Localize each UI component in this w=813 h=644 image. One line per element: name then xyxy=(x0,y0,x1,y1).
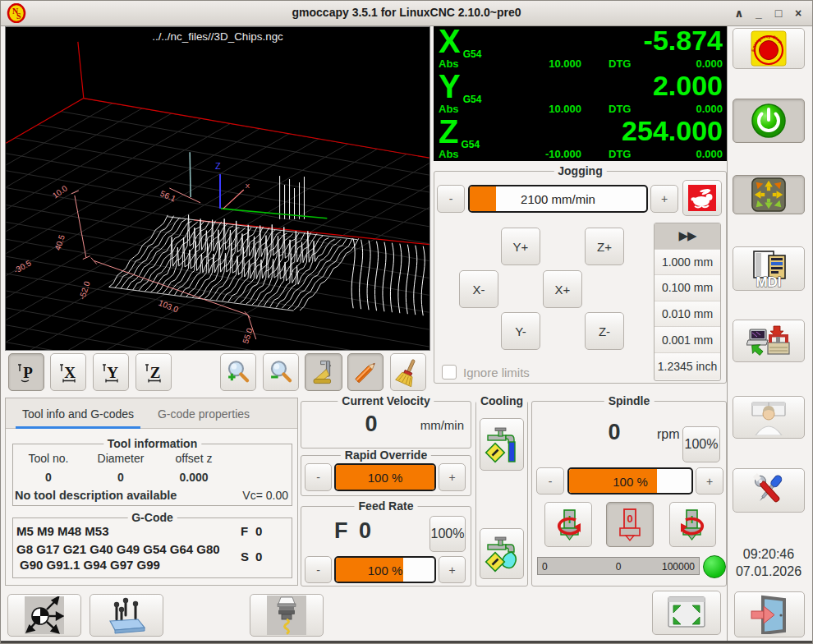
close-button[interactable]: × xyxy=(789,5,807,21)
clock-date: 07.01.2026 xyxy=(729,564,808,579)
tool-dimensions-button[interactable] xyxy=(305,353,342,391)
dro-panel[interactable]: XG54 -5.874 Abs10.000 DTG0.000 YG54 2.00… xyxy=(434,26,727,161)
jog-y-minus-button[interactable]: Y- xyxy=(501,312,540,350)
gremlin-preview[interactable]: 10.0 40.5 -30.5 -52.0 103.0 55.0 56.1 Z … xyxy=(5,26,430,351)
cooling-title: Cooling xyxy=(476,394,527,407)
increment-item[interactable]: 1.2345 inch xyxy=(655,353,720,380)
y-view-icon: Y xyxy=(100,361,122,383)
shade-button[interactable]: ∧ xyxy=(730,5,748,21)
jog-x-minus-button[interactable]: X- xyxy=(459,270,498,308)
dtg-label: DTG xyxy=(609,58,631,70)
spindle-reset-button[interactable]: 100% xyxy=(682,426,720,462)
diameter-header: Diameter xyxy=(89,452,153,465)
bar-max-label: 100000 xyxy=(662,561,695,573)
tab-gcode-properties[interactable]: G-code properties xyxy=(147,402,260,426)
svg-text:X: X xyxy=(64,364,76,381)
dtg-value: 0.000 xyxy=(696,103,723,115)
mode-manual-button[interactable] xyxy=(733,175,805,214)
spindle-left-button[interactable]: I xyxy=(544,502,592,547)
settings-button[interactable] xyxy=(733,468,805,513)
abs-value: 10.000 xyxy=(512,58,581,70)
spindle-override-value: 100 % xyxy=(569,474,691,488)
window-bottom-edge xyxy=(1,641,812,643)
jogging-frame-title: Jogging xyxy=(553,164,606,177)
jog-speed-minus-button[interactable]: - xyxy=(437,185,465,213)
turtle-rabbit-toggle-button[interactable] xyxy=(682,180,722,216)
increment-item[interactable]: 0.001 mm xyxy=(655,327,720,353)
jog-x-plus-button[interactable]: X+ xyxy=(543,270,582,308)
feed-override-slider[interactable]: 100 % xyxy=(334,556,436,583)
ignore-limits-checkbox[interactable] xyxy=(442,365,457,380)
mode-mdi-button[interactable]: MDI xyxy=(733,246,805,291)
spindle-stop-button[interactable]: 0 xyxy=(606,502,654,547)
rapid-plus-button[interactable]: + xyxy=(439,463,466,491)
jog-speed-slider[interactable]: 2100 mm/min xyxy=(468,185,648,213)
touch-off-button[interactable] xyxy=(7,594,81,637)
auto-run-icon xyxy=(746,323,791,359)
zoom-out-icon xyxy=(267,358,295,386)
increment-continuous[interactable]: ▶▶ xyxy=(655,223,720,250)
fullscreen-icon xyxy=(666,596,707,630)
abs-value: -10.000 xyxy=(512,148,581,160)
svg-text:Z: Z xyxy=(150,364,161,381)
increment-item[interactable]: 0.100 mm xyxy=(655,275,720,301)
view-y-button[interactable]: Y xyxy=(93,353,129,391)
machine-on-button[interactable] xyxy=(733,99,805,143)
dtg-value: 0.000 xyxy=(696,148,723,160)
flood-coolant-button[interactable] xyxy=(480,418,524,471)
rapid-minus-button[interactable]: - xyxy=(305,463,332,491)
flood-coolant-icon xyxy=(485,426,519,463)
svg-text:10.0: 10.0 xyxy=(51,183,70,200)
jog-speed-plus-button[interactable]: + xyxy=(650,185,678,213)
current-velocity-title: Current Velocity xyxy=(338,394,434,407)
gcode-frame-title: G-Code xyxy=(127,511,177,524)
maximize-button[interactable]: □ xyxy=(769,5,788,21)
spindle-right-button[interactable]: I xyxy=(669,502,716,547)
feed-override-value: 100 % xyxy=(336,563,434,577)
touch-plate-icon xyxy=(105,596,148,634)
tool-holder-icon xyxy=(267,596,306,635)
tab-tool-info[interactable]: Tool info and G-codes xyxy=(12,402,144,426)
jog-y-plus-button[interactable]: Y+ xyxy=(501,228,540,265)
zoom-out-button[interactable] xyxy=(263,353,299,391)
view-x-button[interactable]: X xyxy=(50,353,86,391)
zoom-in-button[interactable] xyxy=(220,353,256,391)
jog-z-minus-button[interactable]: Z- xyxy=(585,312,624,350)
spindle-plus-button[interactable]: + xyxy=(696,467,723,494)
active-mcodes: M5 M9 M48 M53 xyxy=(16,524,109,538)
s-word-value: 0 xyxy=(255,550,262,564)
dtg-label: DTG xyxy=(609,148,631,160)
mist-coolant-button[interactable] xyxy=(480,528,524,579)
rapid-override-slider[interactable]: 100 % xyxy=(334,463,436,491)
dtg-value: 0.000 xyxy=(696,58,723,70)
tool-change-button[interactable] xyxy=(250,594,324,637)
user-settings-button[interactable] xyxy=(733,396,805,439)
feed-minus-button[interactable]: - xyxy=(305,556,332,583)
spindle-override-slider[interactable]: 100 % xyxy=(567,467,693,494)
view-z-button[interactable]: Z xyxy=(136,353,172,391)
feed-reset-button[interactable]: 100% xyxy=(429,516,466,552)
exit-button[interactable] xyxy=(734,591,805,637)
fullscreen-button[interactable] xyxy=(652,591,721,635)
ignore-limits-label: Ignore limits xyxy=(463,366,530,380)
clock-time: 09:20:46 xyxy=(729,547,808,562)
draw-dimensions-button[interactable] xyxy=(347,353,384,391)
view-perspective-button[interactable]: P xyxy=(8,353,44,391)
window-title: gmoccapy 3.5.1 for LinuxCNC 2.10.0~pre0 xyxy=(1,6,812,19)
caliper-icon xyxy=(310,358,338,386)
estop-button[interactable]: Emergency-Stop xyxy=(733,28,805,69)
touch-plate-button[interactable] xyxy=(90,594,163,637)
increment-item[interactable]: 0.010 mm xyxy=(655,301,720,328)
feed-plus-button[interactable]: + xyxy=(439,556,466,583)
mode-auto-button[interactable] xyxy=(733,320,805,362)
jog-increment-list: ▶▶ 1.000 mm 0.100 mm 0.010 mm 0.001 mm 1… xyxy=(654,223,721,381)
minimize-button[interactable]: _ xyxy=(750,5,768,21)
gcode-frame: G-Code M5 M9 M48 M53 G8 G17 G21 G40 G49 … xyxy=(12,518,292,578)
increment-item[interactable]: 1.000 mm xyxy=(655,250,720,276)
spindle-minus-button[interactable]: - xyxy=(536,467,564,494)
rapid-override-title: Rapid Override xyxy=(341,448,431,462)
clear-plot-button[interactable] xyxy=(390,353,426,391)
jog-z-plus-button[interactable]: Z+ xyxy=(585,228,624,265)
current-velocity-value: 0 xyxy=(347,412,396,437)
z-axis-label: Z xyxy=(215,161,221,171)
